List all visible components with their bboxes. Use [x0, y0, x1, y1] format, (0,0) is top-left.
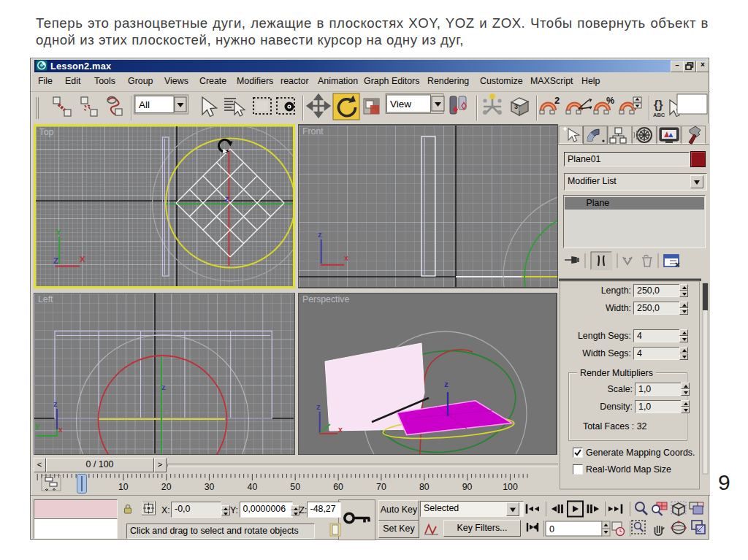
svg-text:z: z: [444, 380, 449, 388]
svg-text:80: 80: [419, 482, 429, 492]
svg-text:{}: {}: [654, 99, 663, 111]
svg-text:z: z: [161, 383, 166, 391]
svg-text:z: z: [318, 230, 322, 239]
svg-text:x: x: [165, 408, 169, 416]
svg-text:All: All: [139, 99, 150, 110]
svg-text:40: 40: [247, 482, 257, 492]
svg-text:X: X: [80, 255, 85, 264]
svg-text:70: 70: [376, 482, 386, 492]
svg-text:y: y: [135, 408, 139, 416]
svg-text:x: x: [58, 425, 63, 434]
svg-text:60: 60: [333, 482, 343, 492]
svg-text:ABC: ABC: [653, 112, 665, 118]
svg-text:2: 2: [554, 95, 560, 106]
svg-text:x: x: [344, 253, 348, 262]
svg-text:30: 30: [204, 482, 214, 492]
svg-text:3: 3: [514, 103, 518, 110]
svg-text:Z: Z: [53, 256, 58, 265]
svg-text:z: z: [316, 402, 321, 411]
svg-text:50: 50: [290, 482, 300, 492]
svg-text:100: 100: [503, 482, 518, 492]
svg-text:x: x: [338, 425, 343, 434]
svg-text:View: View: [390, 99, 411, 110]
svg-text:z: z: [225, 194, 229, 203]
svg-text:z: z: [53, 399, 58, 408]
svg-text:90: 90: [462, 482, 472, 492]
svg-text:0: 0: [549, 524, 554, 534]
svg-text:%: %: [606, 96, 614, 106]
svg-text:20: 20: [161, 482, 171, 492]
svg-text:y: y: [35, 421, 39, 430]
svg-text:10: 10: [118, 482, 128, 492]
svg-text:Y: Y: [56, 228, 61, 237]
